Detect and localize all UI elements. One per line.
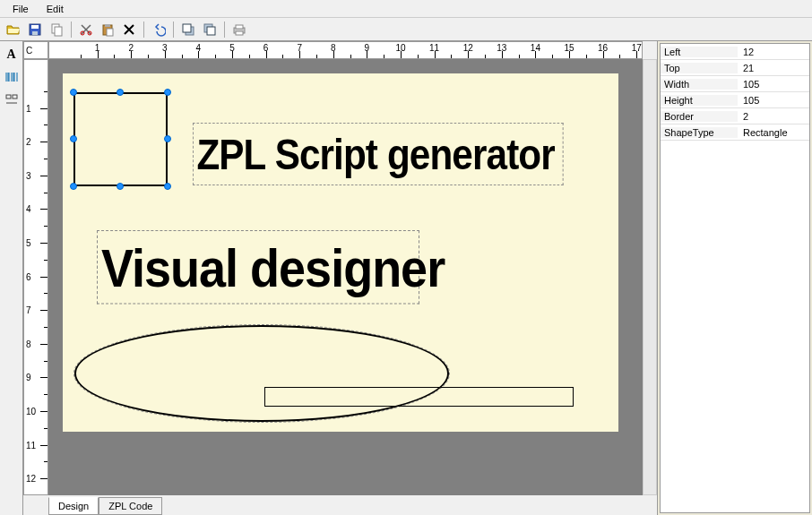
ellipse-shape[interactable]	[73, 324, 450, 423]
svg-rect-11	[183, 24, 191, 32]
tab-design[interactable]: Design	[48, 497, 99, 515]
text-object[interactable]: ZPL Script generator	[193, 123, 564, 185]
paste-button[interactable]	[98, 20, 117, 39]
send-back-icon	[203, 22, 217, 37]
svg-rect-2	[32, 31, 38, 35]
canvas-viewport[interactable]: ZPL Script generator Visual designer	[48, 59, 643, 495]
horizontal-ruler: 1234567891011121314151617	[48, 41, 643, 59]
undo-button[interactable]	[149, 20, 168, 39]
design-area: C 1234567891011121314151617 123456789101…	[23, 41, 658, 515]
selection-handle[interactable]	[117, 89, 124, 96]
property-row[interactable]: ShapeTypeRectangle	[661, 124, 809, 141]
text-tool[interactable]: A	[2, 45, 22, 64]
save-icon	[28, 22, 42, 37]
delete-button[interactable]	[119, 20, 139, 39]
svg-rect-13	[207, 27, 215, 35]
property-value[interactable]: 21	[738, 63, 809, 73]
property-label: Border	[661, 111, 738, 122]
save-button[interactable]	[25, 20, 45, 39]
main-area: A C 1234567891011121314151617 1234567891…	[0, 41, 812, 515]
ruler-corner: C	[23, 41, 48, 59]
text-object[interactable]: Visual designer	[97, 230, 419, 305]
cut-button[interactable]	[76, 20, 96, 39]
property-label: Top	[661, 63, 738, 73]
barcode-tool[interactable]	[2, 67, 22, 87]
toolbar-separator	[224, 21, 225, 38]
property-row[interactable]: Top21	[661, 60, 809, 76]
scissors-icon	[79, 22, 93, 37]
selection-handle[interactable]	[164, 183, 171, 190]
vertical-ruler: 123456789101112	[23, 59, 48, 495]
toolbar	[0, 18, 812, 41]
tab-strip: Design ZPL Code	[48, 495, 162, 515]
svg-rect-17	[6, 95, 11, 99]
selection-handle[interactable]	[164, 135, 171, 142]
rectangle-shape[interactable]	[264, 387, 574, 407]
property-label: Height	[661, 95, 738, 106]
property-value[interactable]: Rectangle	[738, 127, 809, 138]
open-button[interactable]	[4, 20, 23, 39]
property-label: ShapeType	[661, 127, 738, 138]
bring-front-button[interactable]	[178, 20, 198, 39]
tool-palette: A	[0, 41, 23, 515]
property-value[interactable]: 2	[738, 111, 809, 122]
svg-rect-8	[105, 24, 110, 27]
toolbar-separator	[71, 21, 72, 38]
property-row[interactable]: Width105	[661, 76, 809, 92]
toolbar-separator	[143, 21, 144, 38]
property-label: Left	[661, 47, 738, 57]
svg-rect-9	[107, 29, 113, 36]
tab-zpl-code[interactable]: ZPL Code	[99, 497, 162, 515]
paste-icon	[100, 22, 115, 37]
selection-handle[interactable]	[164, 89, 171, 96]
property-value[interactable]: 12	[738, 47, 809, 57]
menubar: File Edit	[0, 0, 812, 18]
property-row[interactable]: Border2	[661, 108, 809, 124]
rectangle-shape[interactable]	[73, 92, 168, 186]
property-row[interactable]: Height105	[661, 92, 809, 108]
copy-icon	[49, 22, 64, 37]
svg-rect-1	[31, 25, 39, 29]
property-label: Width	[661, 79, 738, 90]
bring-front-icon	[181, 22, 195, 37]
copy-button[interactable]	[47, 20, 66, 39]
selection-handle[interactable]	[70, 183, 77, 190]
properties-panel: Left12Top21Width105Height105Border2Shape…	[660, 43, 810, 513]
align-icon	[4, 92, 19, 107]
svg-rect-18	[13, 95, 17, 99]
send-back-button[interactable]	[200, 20, 220, 39]
selection-handle[interactable]	[70, 135, 77, 142]
selection-handle[interactable]	[70, 89, 77, 96]
undo-icon	[151, 22, 166, 37]
align-tool[interactable]	[2, 90, 22, 109]
vertical-scrollbar[interactable]	[643, 59, 657, 495]
folder-open-icon	[6, 22, 21, 37]
selection-handle[interactable]	[117, 183, 124, 190]
menu-file[interactable]: File	[4, 2, 38, 16]
svg-rect-15	[236, 25, 243, 29]
property-value[interactable]: 105	[738, 79, 809, 90]
svg-rect-16	[236, 31, 243, 35]
menu-edit[interactable]: Edit	[38, 2, 73, 16]
print-button[interactable]	[229, 20, 249, 39]
property-row[interactable]: Left12	[661, 44, 809, 60]
delete-icon	[122, 22, 136, 37]
barcode-icon	[4, 70, 19, 84]
canvas-page[interactable]: ZPL Script generator Visual designer	[63, 73, 618, 432]
property-value[interactable]: 105	[738, 95, 809, 106]
svg-rect-4	[55, 27, 62, 36]
toolbar-separator	[173, 21, 174, 38]
printer-icon	[232, 22, 246, 37]
